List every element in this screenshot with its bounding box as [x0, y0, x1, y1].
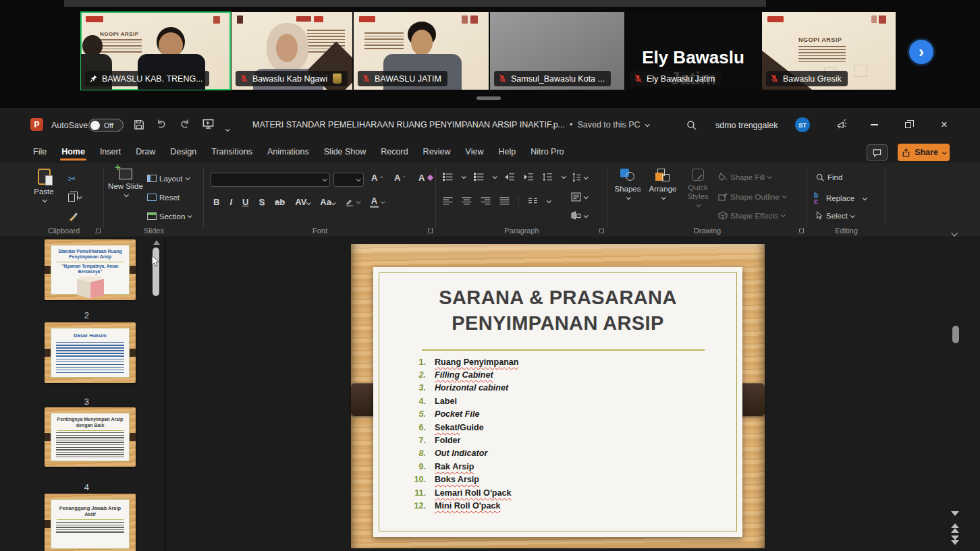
- slide-title[interactable]: SARANA & PRASARANA PENYIMPANAN ARSIP: [373, 285, 742, 336]
- search-button[interactable]: [686, 119, 697, 131]
- drawing-dialog-launcher-icon[interactable]: [798, 228, 804, 233]
- previous-slide-button[interactable]: [951, 528, 959, 533]
- clipboard-dialog-launcher-icon[interactable]: [95, 228, 101, 233]
- bullets-button[interactable]: [443, 173, 453, 181]
- slide-body-list[interactable]: 1.Ruang Penyimpanan2.Filling Cabinet3.Ho…: [407, 355, 729, 513]
- restore-button[interactable]: [892, 108, 923, 142]
- find-button[interactable]: Find: [815, 173, 842, 182]
- participant-tile-ely[interactable]: Ely Bawaslu Jatim Ely Bawaslu Jatim: [626, 12, 761, 90]
- shrink-font-button[interactable]: Aˇ: [394, 173, 405, 183]
- video-strip-handle[interactable]: [477, 96, 501, 100]
- next-participants-button[interactable]: ›: [909, 40, 933, 64]
- quick-styles-button[interactable]: Quick Styles: [682, 169, 714, 207]
- shapes-button[interactable]: Shapes: [611, 169, 644, 200]
- slide-thumbnail-2[interactable]: Dasar Hukum: [45, 322, 136, 383]
- font-name-combobox[interactable]: [211, 173, 330, 187]
- feedback-button[interactable]: [836, 118, 848, 130]
- scroll-down-icon[interactable]: [951, 511, 959, 516]
- autosave-toggle[interactable]: Off: [88, 119, 124, 132]
- participant-tile-jatim[interactable]: BAWASLU JATIM: [354, 12, 489, 90]
- clear-formatting-button[interactable]: A: [418, 173, 433, 183]
- start-slideshow-button[interactable]: [202, 117, 215, 131]
- font-dialog-launcher-icon[interactable]: [427, 228, 433, 233]
- convert-smartart-button[interactable]: [571, 211, 587, 221]
- tab-file[interactable]: File: [26, 143, 54, 162]
- user-name[interactable]: sdmo trenggalek: [715, 121, 778, 130]
- close-button[interactable]: ×: [929, 108, 960, 142]
- font-color-button[interactable]: A: [370, 196, 384, 208]
- layout-button[interactable]: Layout: [147, 171, 191, 185]
- select-button[interactable]: Select: [815, 211, 854, 221]
- text-direction-button[interactable]: [571, 173, 587, 182]
- next-slide-button[interactable]: [951, 540, 959, 545]
- cut-button[interactable]: ✂: [68, 171, 81, 185]
- participant-tile-trenggalek[interactable]: NGOPI ARSIP BAWASLU KAB. TRENG...: [81, 12, 230, 90]
- reset-button[interactable]: Reset: [147, 190, 191, 204]
- tab-review[interactable]: Review: [416, 143, 458, 162]
- participant-tile-gresik[interactable]: NGOPI ARSIP Bawaslu Gresik: [762, 12, 896, 90]
- tab-design[interactable]: Design: [163, 143, 204, 162]
- slide-thumbnail-3[interactable]: Pentingnya Menyimpan Arsip dengan Baik: [45, 407, 136, 467]
- slide-paper[interactable]: SARANA & PRASARANA PENYIMPANAN ARSIP 1.R…: [373, 267, 742, 537]
- participant-tile-ngawi[interactable]: Bawaslu Kab Ngawi: [232, 12, 352, 90]
- powerpoint-logo-icon[interactable]: P: [30, 118, 43, 131]
- arrange-button[interactable]: Arrange: [645, 169, 680, 200]
- save-button[interactable]: [133, 119, 146, 132]
- shape-outline-button[interactable]: Shape Outline: [718, 192, 786, 201]
- tab-view[interactable]: View: [458, 143, 491, 162]
- line-spacing-button[interactable]: [543, 173, 553, 181]
- tab-insert[interactable]: Insert: [92, 143, 128, 162]
- tab-slide-show[interactable]: Slide Show: [317, 143, 374, 162]
- align-right-button[interactable]: [481, 197, 491, 206]
- numbering-button[interactable]: [474, 173, 484, 181]
- align-text-button[interactable]: [571, 192, 587, 202]
- quick-access-customize-button[interactable]: [225, 122, 229, 134]
- thumbnail-scrollbar-up-icon[interactable]: [153, 240, 160, 245]
- font-size-combobox[interactable]: [333, 173, 364, 187]
- underline-button[interactable]: U: [242, 197, 248, 207]
- paste-button[interactable]: Paste: [28, 169, 60, 202]
- highlight-button[interactable]: [345, 197, 360, 206]
- avatar[interactable]: ST: [795, 117, 810, 132]
- text-shadow-button[interactable]: S: [258, 197, 265, 207]
- redo-button[interactable]: [179, 118, 192, 132]
- share-button[interactable]: Share: [898, 144, 950, 161]
- participant-tile-samsul[interactable]: Samsul_Bawaslu Kota ...: [490, 12, 624, 90]
- minimize-button[interactable]: [859, 108, 890, 142]
- next-slide-button[interactable]: [951, 535, 959, 540]
- format-painter-button[interactable]: [68, 209, 81, 223]
- change-case-button[interactable]: Aa: [320, 197, 335, 207]
- copy-button[interactable]: [68, 190, 81, 204]
- grow-font-button[interactable]: A^: [371, 173, 383, 183]
- slide-thumbnail-1[interactable]: Standar Pemeliharaan Ruang Penyimpanan A…: [45, 239, 136, 300]
- slide-thumbnail-4[interactable]: Penanggung Jawab Arsip Aktif: [45, 494, 136, 551]
- tab-help[interactable]: Help: [491, 143, 523, 162]
- paragraph-dialog-launcher-icon[interactable]: [599, 228, 604, 233]
- replace-button[interactable]: bc Replace: [814, 192, 866, 204]
- character-spacing-button[interactable]: AV: [295, 197, 310, 207]
- editor-scrollbar[interactable]: [952, 326, 959, 343]
- decrease-indent-button[interactable]: [505, 173, 515, 181]
- align-left-button[interactable]: [443, 197, 453, 206]
- document-title[interactable]: MATERI STANDAR PEMELIHARAAN RUANG PENYIM…: [252, 120, 649, 129]
- previous-slide-button[interactable]: [951, 523, 959, 528]
- tab-animations[interactable]: Animations: [260, 143, 317, 162]
- slide-canvas[interactable]: SARANA & PRASARANA PENYIMPANAN ARSIP 1.R…: [351, 244, 765, 548]
- strikethrough-button[interactable]: ab: [275, 197, 285, 207]
- tab-record[interactable]: Record: [373, 143, 415, 162]
- new-slide-button[interactable]: New Slide: [108, 169, 143, 197]
- align-center-button[interactable]: [462, 197, 472, 206]
- tab-transitions[interactable]: Transitions: [204, 143, 260, 162]
- section-button[interactable]: Section: [147, 209, 191, 223]
- columns-button[interactable]: [528, 197, 538, 206]
- undo-button[interactable]: [155, 118, 169, 132]
- justify-button[interactable]: [499, 197, 510, 206]
- tab-nitro-pro[interactable]: Nitro Pro: [523, 143, 571, 162]
- bold-button[interactable]: B: [213, 197, 219, 207]
- shape-effects-button[interactable]: Shape Effects: [718, 211, 784, 220]
- comments-button[interactable]: [867, 144, 888, 161]
- tab-draw[interactable]: Draw: [128, 143, 163, 162]
- shape-fill-button[interactable]: Shape Fill: [718, 173, 771, 181]
- increase-indent-button[interactable]: [524, 173, 534, 181]
- tab-home[interactable]: Home: [54, 143, 92, 162]
